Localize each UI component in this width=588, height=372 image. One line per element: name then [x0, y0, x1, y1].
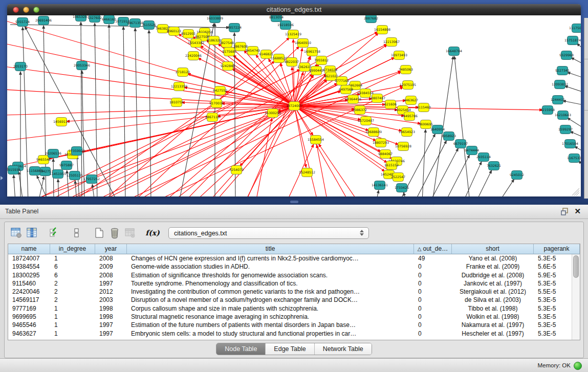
network-edge[interactable] [454, 56, 470, 196]
network-node[interactable]: 15248512 [299, 168, 315, 177]
network-node[interactable]: 15300255 [265, 109, 281, 118]
network-node[interactable]: 18807293 [373, 139, 389, 147]
column-visibility-button[interactable] [25, 226, 38, 239]
network-node[interactable]: 17957252 [83, 175, 100, 184]
network-edge[interactable] [7, 67, 294, 106]
network-edge[interactable] [179, 24, 214, 196]
network-node[interactable]: 1327602 [88, 15, 102, 23]
network-node[interactable]: 8960123 [167, 27, 181, 36]
network-node[interactable]: 8867110 [205, 113, 220, 122]
network-edge[interactable] [58, 179, 59, 196]
table-row[interactable]: 911546021997Tourette syndrome. Phenomeno… [8, 279, 580, 288]
network-node[interactable]: 20053346 [74, 61, 90, 70]
select-all-button[interactable] [48, 226, 61, 239]
network-node[interactable]: 14136141 [372, 181, 388, 190]
network-edge[interactable] [75, 181, 77, 196]
network-node[interactable]: 8822037 [285, 58, 299, 67]
network-node[interactable]: 6497568 [339, 85, 353, 94]
table-row[interactable]: 1456911722003Disruption of a novel membe… [8, 296, 580, 304]
network-edge[interactable] [7, 20, 294, 106]
network-node[interactable]: 10653287 [73, 15, 89, 21]
network-edge[interactable] [415, 141, 446, 196]
network-edge[interactable] [18, 171, 23, 196]
network-node[interactable]: 2522547 [391, 173, 405, 182]
network-node[interactable]: 8427552 [213, 86, 227, 95]
table-row[interactable]: 969969511998Structural magnetic resonanc… [8, 313, 580, 321]
network-node[interactable]: 8215958 [540, 106, 555, 115]
network-node[interactable]: 7986372 [353, 106, 367, 115]
network-node[interactable]: 9329968 [559, 51, 574, 60]
network-node[interactable]: 15584554 [308, 136, 324, 144]
column-header-out_de[interactable]: △out_de… [414, 244, 452, 254]
network-edge[interactable] [571, 58, 581, 64]
network-node[interactable]: 2718120 [176, 68, 190, 77]
table-row[interactable]: 1938455462009Genome-wide association stu… [8, 262, 580, 271]
network-node[interactable]: 15751874 [564, 36, 581, 45]
network-node[interactable]: 8958923 [442, 132, 456, 141]
network-node[interactable]: 9827548 [220, 39, 234, 48]
network-node[interactable]: 16961758 [304, 48, 320, 56]
network-node[interactable]: 6679197 [453, 140, 468, 148]
network-node[interactable]: 1244415 [551, 96, 565, 104]
network-node[interactable]: 7632621 [487, 162, 501, 170]
network-node[interactable]: 10688609 [365, 128, 382, 137]
tab-node-table[interactable]: Node Table [216, 343, 265, 355]
network-edge[interactable] [7, 90, 294, 106]
column-header-short[interactable]: short [452, 244, 534, 254]
network-edge[interactable] [476, 170, 492, 196]
network-node[interactable]: 9777169 [335, 77, 349, 85]
network-node[interactable]: 14569117 [53, 118, 70, 126]
network-node[interactable]: 12505135 [67, 171, 83, 180]
column-header-pagerank[interactable]: pagerank [534, 244, 580, 254]
network-node[interactable]: 1599297 [558, 125, 573, 134]
network-edge[interactable] [246, 56, 310, 196]
network-edge[interactable] [109, 25, 110, 196]
network-node[interactable]: 11325419 [285, 30, 301, 39]
network-node[interactable]: 9463627 [404, 96, 418, 105]
network-edge[interactable] [81, 22, 82, 196]
new-table-button[interactable] [93, 226, 106, 239]
network-node[interactable]: 7515526 [142, 21, 156, 30]
network-node[interactable]: 16210643 [555, 111, 571, 120]
network-node[interactable]: 8912955 [181, 30, 195, 38]
network-edge[interactable] [317, 145, 328, 196]
network-edge[interactable] [563, 101, 581, 105]
table-row[interactable]: 977716911998Corpus callosum shape and si… [8, 304, 580, 313]
clear-selection-button[interactable] [70, 226, 83, 239]
right-panel-edge[interactable] [584, 18, 588, 199]
network-node[interactable]: 7485063 [399, 65, 413, 74]
table-row[interactable]: 946554611997Estimation of the future num… [8, 321, 580, 329]
network-node[interactable]: 8186328 [207, 36, 221, 45]
column-header-name[interactable]: name [8, 244, 50, 254]
network-node[interactable]: 8454749 [246, 47, 260, 55]
table-row[interactable]: 2242004622012Investigating the contribut… [8, 288, 580, 296]
network-edge[interactable] [319, 144, 358, 196]
network-node[interactable]: 9474444 [465, 146, 479, 155]
network-edge[interactable] [445, 155, 469, 196]
network-edge[interactable] [174, 106, 294, 196]
table-select-dropdown[interactable]: citations_edges.txt [168, 227, 369, 239]
network-node[interactable]: 1167533 [567, 154, 581, 163]
network-node[interactable]: 11175044 [569, 24, 581, 33]
network-edge[interactable] [376, 190, 379, 196]
network-edge[interactable] [567, 72, 581, 78]
network-node[interactable]: 1733426 [395, 184, 409, 192]
tab-edge-table[interactable]: Edge Table [265, 343, 314, 355]
table-row[interactable]: 1830029562008Estimation of significance … [8, 271, 580, 279]
splitter-handle[interactable] [290, 201, 298, 203]
float-panel-icon[interactable] [561, 208, 569, 215]
network-node[interactable]: 9355724 [15, 18, 30, 27]
network-node[interactable]: 2935114 [476, 153, 491, 162]
network-node[interactable]: 3915938 [7, 166, 20, 174]
network-edge[interactable] [7, 106, 294, 141]
citation-network-graph[interactable]: 9355724206914061065328713276026466160107… [7, 15, 581, 196]
network-node[interactable]: 9245012 [510, 171, 524, 180]
network-node[interactable]: 10807487 [369, 94, 385, 103]
network-node[interactable]: 12093832 [552, 80, 568, 89]
network-node[interactable]: 1810755 [169, 98, 184, 107]
network-node[interactable]: 9242848 [221, 62, 235, 71]
network-edge[interactable] [499, 179, 514, 196]
network-edge[interactable] [294, 106, 402, 131]
network-node[interactable]: 8990443 [309, 67, 323, 75]
network-edge[interactable] [149, 30, 151, 196]
